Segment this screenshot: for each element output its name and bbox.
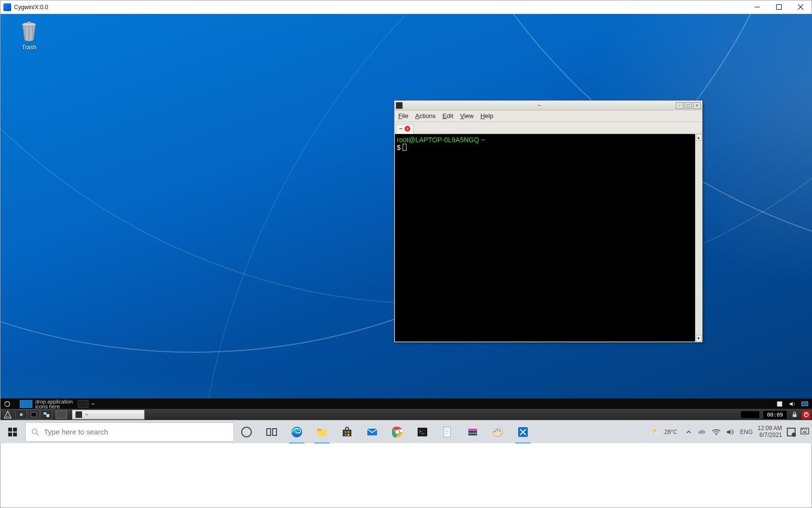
taskbar-search[interactable] [25,422,234,442]
terminal-tab-close-icon[interactable]: × [405,126,410,132]
weather-widget[interactable]: 26°C [652,427,677,437]
tray-language[interactable]: ENG [740,429,753,435]
svg-point-7 [20,413,23,416]
svg-text:>_: >_ [419,429,424,434]
trash-icon[interactable]: Trash [12,21,46,51]
weather-icon [652,427,661,437]
svg-point-45 [494,431,496,432]
taskbar-button-terminal[interactable]: ~ [72,410,145,419]
svg-rect-3 [28,22,30,23]
task-view-icon[interactable] [259,420,284,444]
panel2-sysmon-icon[interactable] [740,411,760,418]
tray-monitor-icon[interactable] [801,400,809,408]
file-explorer-icon[interactable] [309,420,334,444]
terminal-close-button[interactable]: × [693,102,701,109]
svg-point-34 [395,430,399,434]
taskbar-time: 12:09 AM [757,425,782,432]
panel2-lock-icon[interactable] [790,410,799,419]
x11-desktop[interactable]: Trash ~ − ▢ × File Actions Edit View Hel… [0,14,812,420]
scroll-down-icon[interactable]: ▾ [696,335,702,342]
terminal-caret [403,144,406,151]
mail-icon[interactable] [360,420,385,444]
x-start-icon[interactable] [2,409,13,420]
terminal-window[interactable]: ~ − ▢ × File Actions Edit View Help ~ × [394,100,703,343]
svg-rect-8 [31,412,37,417]
svg-rect-42 [468,429,477,431]
x-panel-lower[interactable]: ~ 00:09 [0,409,812,420]
terminal-tab[interactable]: ~ × [396,124,414,134]
notifications-icon[interactable] [787,428,796,436]
terminal-output: root@LAPTOP-0L9A5NGQ ~ $ [397,136,694,340]
menu-actions[interactable]: Actions [415,112,436,120]
svg-rect-21 [267,429,271,435]
menu-help[interactable]: Help [480,112,493,120]
cygwin-x-taskbar-icon[interactable] [510,420,536,444]
x-panel-upper[interactable]: drop application icons here ~ [0,398,812,409]
svg-line-19 [37,433,39,435]
panel2-terminal-icon[interactable] [28,410,40,419]
chrome-icon[interactable] [385,420,410,444]
tray-speaker-icon[interactable] [726,429,734,435]
windows-taskbar[interactable]: >_ 26°C ENG 12:09 AM 6/7/2021 [0,420,812,443]
microsoft-store-icon[interactable] [334,420,360,444]
svg-rect-25 [317,429,321,431]
windows-titlebar: Cygwin/X:0.0 [0,0,812,14]
weather-temp: 26°C [664,429,677,435]
cmd-icon[interactable]: >_ [410,420,435,444]
panel-pager[interactable] [20,400,32,408]
edge-icon[interactable] [284,420,309,444]
scroll-up-icon[interactable]: ▴ [696,134,702,141]
menu-view[interactable]: View [460,112,474,120]
svg-point-51 [654,431,660,435]
terminal-scrollbar[interactable]: ▴ ▾ [695,134,702,342]
tray-onedrive-icon[interactable] [697,429,706,435]
input-indicator-icon[interactable] [800,427,809,437]
svg-rect-56 [806,429,807,430]
terminal-minimize-button[interactable]: − [676,102,683,109]
svg-rect-29 [345,434,347,436]
taskbar-button-label: ~ [85,412,88,418]
svg-point-46 [496,429,498,431]
minimize-button[interactable] [746,0,768,14]
svg-rect-6 [803,403,807,404]
panel2-power-icon[interactable] [802,410,811,419]
panel-launcher-label: ~ [91,401,95,407]
svg-rect-26 [343,430,351,436]
panel2-clock[interactable]: 00:09 [763,410,787,419]
svg-rect-30 [348,434,349,436]
panel-cycle-icon[interactable] [2,400,12,408]
start-button[interactable] [0,420,25,444]
svg-rect-53 [801,428,809,434]
panel2-windows-icon[interactable] [41,410,52,419]
menu-edit[interactable]: Edit [443,112,453,120]
svg-rect-9 [44,412,46,415]
svg-point-20 [242,427,251,437]
window-title: Cygwin/X:0.0 [14,4,48,11]
tray-wifi-icon[interactable] [712,429,721,435]
panel2-show-desktop-icon[interactable] [15,410,27,419]
tray-chevron-up-icon[interactable] [686,429,692,435]
panel-launcher-terminal-icon[interactable] [78,400,88,408]
svg-point-52 [716,434,717,435]
taskbar-date: 6/7/2021 [757,432,782,439]
terminal-tab-label: ~ [399,125,403,132]
tray-volume-icon[interactable] [788,400,796,408]
search-input[interactable] [44,428,228,436]
terminal-titlebar[interactable]: ~ − ▢ × [394,101,702,110]
mspaint-icon[interactable] [485,420,510,444]
close-button[interactable] [790,0,812,14]
menu-file[interactable]: File [398,112,408,120]
trash-bin-icon [19,21,39,42]
svg-rect-11 [793,414,797,417]
notepad-icon[interactable] [435,420,460,444]
maximize-button[interactable] [768,0,790,14]
taskbar-button-terminal-icon [75,411,82,418]
panel2-pager[interactable] [56,410,67,419]
terminal-body[interactable]: root@LAPTOP-0L9A5NGQ ~ $ ▴ ▾ [395,134,702,342]
tray-note-icon[interactable] [776,400,783,408]
taskbar-clock[interactable]: 12:09 AM 6/7/2021 [757,425,782,439]
terminal-maximize-button[interactable]: ▢ [684,102,692,109]
winrar-icon[interactable] [460,420,485,444]
svg-rect-43 [468,433,477,434]
cortana-icon[interactable] [234,420,259,444]
